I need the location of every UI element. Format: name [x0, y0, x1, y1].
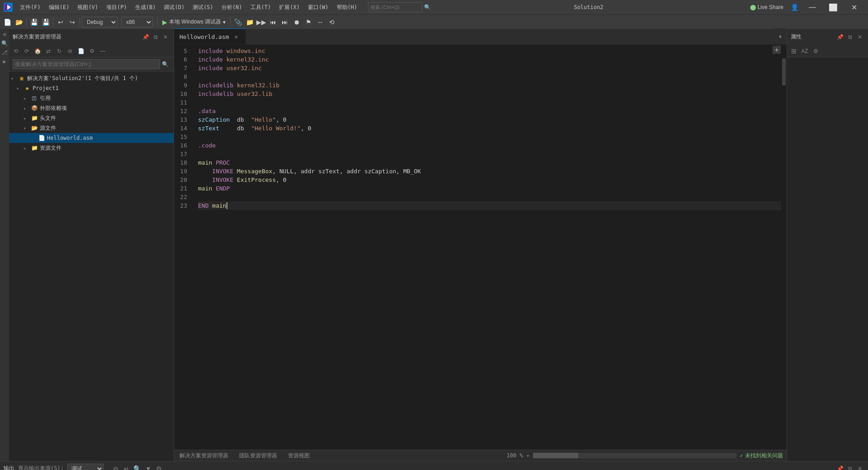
output-close-button[interactable]: ✕: [855, 464, 864, 470]
activity-explorer[interactable]: ≡: [1, 31, 8, 38]
tree-item-project[interactable]: ▾ ◈ Project1: [9, 83, 174, 93]
save-all-button[interactable]: 💾: [40, 17, 51, 28]
output-float-button[interactable]: ⧉: [845, 464, 854, 470]
tree-item-resources[interactable]: ▸ 📁 资源文件: [9, 143, 174, 153]
menu-tools[interactable]: 工具(T): [247, 3, 275, 12]
output-word-wrap-button[interactable]: ↵: [122, 464, 132, 470]
props-float-button[interactable]: ⧉: [845, 33, 854, 42]
se-search-input[interactable]: [13, 59, 160, 69]
browse-files-button[interactable]: 📁: [244, 17, 255, 28]
menu-extensions[interactable]: 扩展(X): [275, 3, 303, 12]
minimize-button[interactable]: —: [802, 0, 823, 14]
menu-file[interactable]: 文件(F): [16, 3, 44, 12]
menu-edit[interactable]: 编辑(E): [45, 3, 73, 12]
activity-search[interactable]: 🔍: [1, 40, 8, 47]
menu-analyze[interactable]: 分析(N): [218, 3, 246, 12]
debug-mode-dropdown[interactable]: Debug Release: [82, 17, 118, 28]
output-panel-controls: 📌 ⧉ ✕: [835, 464, 864, 470]
menu-help[interactable]: 帮助(H): [333, 3, 361, 12]
ext-dep-label: 外部依赖项: [40, 104, 67, 112]
search-input[interactable]: [368, 2, 422, 12]
close-button[interactable]: ✕: [844, 0, 864, 14]
run-button[interactable]: ▶ 本地 Windows 调试器 ▾: [160, 17, 228, 28]
tree-item-references[interactable]: ▸ ⚿ 引用: [9, 93, 174, 103]
menu-debug[interactable]: 调试(D): [160, 3, 188, 12]
toolbar-btn-7[interactable]: ⏮: [268, 17, 278, 28]
platform-dropdown[interactable]: x86 x64: [121, 17, 153, 28]
toolbar-btn-6[interactable]: ▶▶: [256, 17, 267, 28]
menu-window[interactable]: 窗口(W): [304, 3, 332, 12]
menu-view[interactable]: 视图(V): [74, 3, 102, 12]
ref-icon: ⚿: [31, 95, 38, 102]
properties-header: 属性 📌 ⧉ ✕: [787, 29, 868, 45]
se-forward-button[interactable]: ⟳: [22, 46, 32, 56]
horizontal-scrollbar-area[interactable]: [533, 453, 736, 458]
tree-item-external-deps[interactable]: ▸ 📦 外部依赖项: [9, 103, 174, 113]
code-content[interactable]: include windows.inc include kernel32.inc…: [194, 45, 781, 450]
activity-debug[interactable]: ▶: [1, 58, 8, 65]
se-refresh-button[interactable]: ↻: [54, 46, 64, 56]
props-settings-button[interactable]: ⚙: [811, 46, 821, 56]
window-controls: — ⬜ ✕: [802, 0, 864, 14]
float-button[interactable]: ⧉: [151, 33, 160, 42]
tab-team-explorer[interactable]: 团队资源管理器: [237, 451, 279, 461]
tab-helloworld[interactable]: Helloworld.asm ✕: [174, 28, 246, 44]
breakpoint-button[interactable]: ⚑: [303, 17, 314, 28]
tree-item-headers[interactable]: ▸ 📁 头文件: [9, 113, 174, 123]
add-button[interactable]: +: [773, 46, 781, 54]
se-filter-button[interactable]: —: [98, 46, 108, 56]
se-properties-button[interactable]: ⚙: [87, 46, 97, 56]
editor-vertical-scrollbar[interactable]: [781, 45, 787, 450]
properties-content: [787, 57, 868, 461]
redo-button[interactable]: ↪: [67, 17, 78, 28]
props-alpha-button[interactable]: AZ: [800, 46, 810, 56]
toolbar: 📄 📂 💾 💾 ↩ ↪ Debug Release x86 x64 ▶ 本地 W…: [0, 14, 868, 29]
line-numbers: 5 6 7 8 9 10 11 12 13 14 15 16 17 18 19 …: [174, 45, 194, 450]
close-panel-button[interactable]: ✕: [161, 33, 170, 42]
tree-item-solution[interactable]: ▾ ▣ 解决方案'Solution2'(1 个项目/共 1 个): [9, 73, 174, 83]
tab-close-button[interactable]: ✕: [233, 33, 240, 40]
open-button[interactable]: 📂: [14, 17, 24, 28]
activity-git[interactable]: ⎇: [1, 49, 8, 56]
se-back-button[interactable]: ⟲: [11, 46, 21, 56]
code-line-8: [198, 72, 781, 81]
tab-solution-explorer[interactable]: 解决方案资源管理器: [178, 451, 230, 461]
save-button[interactable]: 💾: [28, 17, 39, 28]
menu-project[interactable]: 项目(P): [103, 3, 131, 12]
se-toggle-button[interactable]: ⇄: [43, 46, 53, 56]
menu-build[interactable]: 生成(B): [132, 3, 160, 12]
attach-button[interactable]: 📎: [232, 17, 243, 28]
output-settings-button[interactable]: ⚙: [154, 464, 164, 470]
maximize-button[interactable]: ⬜: [823, 0, 844, 14]
ln-13: 13: [174, 115, 191, 124]
toolbar-btn-12[interactable]: ⟲: [326, 17, 337, 28]
output-filter-button[interactable]: ▼: [143, 464, 153, 470]
tab-resource-view[interactable]: 资源视图: [286, 451, 311, 461]
output-source-select[interactable]: 调试 生成 一般: [67, 464, 104, 470]
output-clear-button[interactable]: ⊖: [111, 464, 121, 470]
toolbar-btn-8[interactable]: ⏭: [279, 17, 290, 28]
output-find-button[interactable]: 🔍: [132, 464, 142, 470]
undo-button[interactable]: ↩: [55, 17, 66, 28]
tab-scroll-down[interactable]: ▾: [774, 28, 787, 44]
props-close-button[interactable]: ✕: [855, 33, 864, 42]
output-pin-button[interactable]: 📌: [835, 464, 844, 470]
output-header: 输出 显示输出来源(S): 调试 生成 一般 ⊖ ↵ 🔍 ▼ ⚙ 📌 ⧉ ✕: [0, 461, 868, 470]
menu-test[interactable]: 测试(S): [189, 3, 217, 12]
se-collapse-button[interactable]: ⊖: [65, 46, 75, 56]
live-share-button[interactable]: ⬤ Live Share: [746, 3, 787, 11]
new-project-button[interactable]: 📄: [2, 17, 13, 28]
se-show-files-button[interactable]: 📄: [76, 46, 86, 56]
ln-21: 21: [174, 184, 191, 193]
se-home-button[interactable]: 🏠: [33, 46, 42, 56]
tree-item-helloworld[interactable]: ▸ 📄 Helloworld.asm: [9, 133, 174, 143]
toolbar-btn-9[interactable]: ⏺: [291, 17, 302, 28]
props-categorized-button[interactable]: ⊞: [789, 46, 799, 56]
res-label: 资源文件: [40, 144, 61, 152]
code-editor: 5 6 7 8 9 10 11 12 13 14 15 16 17 18 19 …: [174, 45, 787, 450]
toolbar-btn-11[interactable]: ↔: [315, 17, 326, 28]
pin-button[interactable]: 📌: [141, 33, 150, 42]
se-search-button[interactable]: 🔍: [160, 59, 170, 69]
tree-item-sources[interactable]: ▾ 📂 源文件: [9, 123, 174, 133]
props-pin-button[interactable]: 📌: [835, 33, 844, 42]
